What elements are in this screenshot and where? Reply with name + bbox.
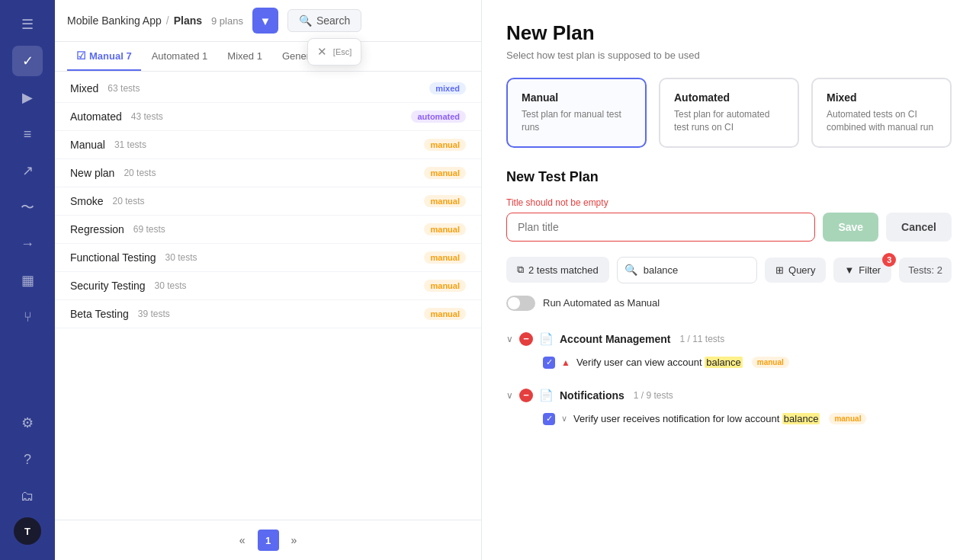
highlight-1: balance	[705, 357, 743, 368]
filter-button[interactable]: ▼	[252, 8, 278, 34]
plan-badge: mixed	[429, 82, 466, 94]
plan-count: 30 tests	[165, 252, 197, 263]
search-dropdown: 🔍 Search ✕ [Esc]	[287, 9, 361, 32]
plan-badge: manual	[424, 195, 466, 207]
plan-count: 63 tests	[108, 83, 140, 94]
toggle-automated-manual[interactable]	[506, 296, 535, 311]
minus-circle-notifications: −	[519, 389, 533, 402]
test-group-header-account[interactable]: ∨ − 📄 Account Management 1 / 11 tests	[506, 326, 952, 352]
card-manual-desc: Test plan for manual test runs	[522, 108, 631, 134]
test-group-header-notifications[interactable]: ∨ − 📄 Notifications 1 / 9 tests	[506, 382, 952, 408]
list-item[interactable]: New plan 20 tests manual	[55, 159, 481, 187]
list-item[interactable]: Automated 43 tests automated	[55, 103, 481, 131]
plan-count: 31 tests	[114, 139, 146, 150]
plan-type-card-manual[interactable]: Manual Test plan for manual test runs	[506, 78, 647, 148]
plan-type-card-automated[interactable]: Automated Test plan for automated test r…	[659, 78, 799, 148]
pagination: « 1 »	[55, 520, 481, 560]
list-item[interactable]: Functional Testing 30 tests manual	[55, 244, 481, 272]
plan-badge: manual	[424, 308, 466, 320]
search-filter-row: ⧉ 2 tests matched 🔍 ⊞ Query ▼ Filter 3 T…	[506, 257, 952, 283]
minus-circle-account: −	[519, 332, 533, 346]
file-icon-account: 📄	[539, 332, 554, 346]
plan-count: 30 tests	[155, 280, 187, 291]
tab-mixed[interactable]: Mixed 1	[218, 43, 271, 71]
plan-type-card-mixed[interactable]: Mixed Automated tests on CI combined wit…	[811, 78, 952, 148]
tab-manual-icon: ☑	[76, 50, 86, 62]
test-item: ✓ ▲ Verify user can view account balance…	[506, 352, 952, 373]
tests-matched-label: 2 tests matched	[528, 264, 599, 276]
prev-page-button[interactable]: «	[233, 531, 252, 549]
list-item[interactable]: Security Testing 30 tests manual	[55, 272, 481, 300]
checkbox-1[interactable]: ✓	[543, 357, 555, 369]
gear-icon[interactable]: ⚙	[12, 408, 43, 438]
priority-icon-1: ▲	[561, 357, 570, 368]
card-mixed-desc: Automated tests on CI combined with manu…	[827, 108, 936, 134]
plan-count: 69 tests	[133, 224, 165, 235]
save-button[interactable]: Save	[823, 213, 878, 242]
plan-name: Beta Testing	[70, 308, 129, 320]
cancel-button[interactable]: Cancel	[886, 213, 952, 242]
test-name-2: Verify user receives notification for lo…	[573, 413, 820, 424]
chevron-account-icon: ∨	[506, 334, 513, 344]
plan-name: Manual	[70, 139, 105, 151]
plans-name: Plans	[174, 14, 202, 27]
new-test-plan-section-title: New Test Plan	[506, 169, 952, 185]
plan-title-input[interactable]	[506, 213, 815, 242]
menu-icon[interactable]: ☰	[12, 9, 43, 40]
toggle-row: Run Automated as Manual	[506, 296, 952, 311]
search-button[interactable]: 🔍 Search	[287, 9, 361, 32]
filter-icon: ▼	[260, 14, 271, 27]
search-icon: 🔍	[299, 14, 312, 27]
checkbox-2[interactable]: ✓	[543, 413, 555, 425]
plan-name: Smoke	[70, 195, 104, 207]
tab-manual[interactable]: ☑ Manual 7	[67, 42, 141, 71]
filter-tests-icon: ▼	[844, 264, 854, 276]
panel-header: Mobile Banking App / Plans 9 plans ▼ 🔍 S…	[55, 0, 481, 42]
plan-count: 39 tests	[138, 309, 170, 319]
card-mixed-title: Mixed	[827, 91, 936, 104]
tests-matched-button[interactable]: ⧉ 2 tests matched	[506, 257, 609, 283]
list-item[interactable]: Mixed 63 tests mixed	[55, 75, 481, 103]
query-label: Query	[788, 264, 815, 276]
chevron-notifications-icon: ∨	[506, 390, 513, 401]
plan-name: Functional Testing	[70, 251, 156, 264]
bar-chart-icon[interactable]: ▦	[12, 265, 43, 296]
highlight-2: balance	[782, 413, 820, 424]
card-automated-desc: Test plan for automated test runs on CI	[674, 108, 784, 134]
filter-tests-label: Filter	[859, 264, 881, 276]
next-page-button[interactable]: »	[285, 531, 303, 549]
query-button[interactable]: ⊞ Query	[765, 258, 826, 283]
plan-list: Mixed 63 tests mixed Automated 43 tests …	[55, 72, 481, 520]
tab-automated[interactable]: Automated 1	[143, 43, 217, 71]
arrow-right-icon[interactable]: →	[12, 229, 43, 259]
list-item[interactable]: Manual 31 tests manual	[55, 131, 481, 159]
plan-count: 20 tests	[113, 196, 145, 206]
toggle-knob	[508, 297, 520, 309]
file-icon-notifications: 📄	[539, 389, 554, 402]
folder-icon[interactable]: 🗂	[12, 481, 43, 511]
test-search-input[interactable]	[617, 257, 757, 283]
check-icon[interactable]: ✓	[12, 46, 43, 76]
list-check-icon[interactable]: ≡	[12, 119, 43, 149]
chart-up-icon[interactable]: ↗	[12, 155, 43, 186]
test-item-2: ✓ ∨ Verify user receives notification fo…	[506, 408, 952, 430]
list-item[interactable]: Smoke 20 tests manual	[55, 187, 481, 216]
wave-icon[interactable]: 〜	[12, 192, 43, 222]
play-icon[interactable]: ▶	[12, 82, 43, 113]
search-popup: ✕ [Esc]	[307, 38, 361, 66]
plan-name: Mixed	[70, 82, 98, 94]
plan-count: 43 tests	[131, 111, 163, 122]
current-page[interactable]: 1	[258, 530, 279, 551]
plan-tabs: ☑ Manual 7 Automated 1 Mixed 1 Generated	[55, 42, 481, 72]
close-icon[interactable]: ✕	[317, 45, 327, 59]
list-item[interactable]: Regression 69 tests manual	[55, 216, 481, 244]
plan-badge: manual	[424, 280, 466, 292]
avatar[interactable]: T	[14, 517, 41, 545]
help-icon[interactable]: ?	[12, 444, 43, 475]
test-name-1: Verify user can view account balance	[576, 357, 743, 368]
plan-badge: manual	[424, 139, 466, 151]
tab-automated-label: Automated 1	[152, 50, 208, 62]
left-nav: ☰ ✓ ▶ ≡ ↗ 〜 → ▦ ⑂ ⚙ ? 🗂 T	[0, 0, 55, 560]
branch-icon[interactable]: ⑂	[12, 302, 43, 332]
list-item[interactable]: Beta Testing 39 tests manual	[55, 300, 481, 328]
